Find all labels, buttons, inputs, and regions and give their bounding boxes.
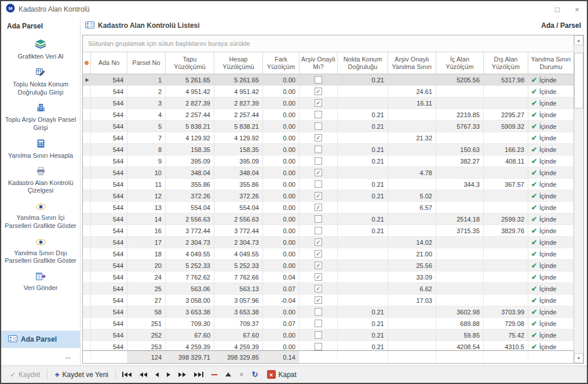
cell-hesap[interactable]: 158.35 — [214, 144, 263, 155]
sidebar-item-veri-gonder[interactable]: Veri Gönder — [3, 272, 78, 292]
refresh-button[interactable]: ↻ — [249, 368, 262, 381]
checkbox-checked-icon[interactable]: ✓ — [315, 99, 322, 107]
cell-arsiv-yanilma[interactable] — [388, 318, 436, 329]
cell-tapu[interactable]: 563.06 — [166, 283, 214, 295]
cell-dis-alan[interactable] — [484, 167, 528, 179]
cell-ic-alan[interactable]: 2514.18 — [436, 213, 484, 225]
checkbox-checked-icon[interactable]: ✓ — [315, 273, 322, 281]
cell-dis-alan[interactable]: 3829.76 — [484, 225, 528, 237]
cell-arsiv-onayli-checkbox[interactable] — [300, 306, 338, 318]
cell-hesap[interactable]: 4 259.39 — [214, 341, 263, 350]
cell-arsiv-yanilma[interactable] — [388, 109, 436, 121]
cell-hesap[interactable]: 5 252.33 — [214, 260, 263, 271]
checkbox-unchecked-icon[interactable] — [315, 308, 322, 316]
checkbox-unchecked-icon[interactable] — [315, 343, 322, 350]
table-row[interactable]: 5442534 259.394 259.390.000.214208.54431… — [83, 341, 574, 350]
cell-nokta-konum[interactable]: 0.21 — [338, 144, 388, 155]
cell-hesap[interactable]: 3 057.96 — [214, 295, 263, 306]
cell-hesap[interactable]: 4 049.55 — [214, 248, 263, 260]
checkbox-checked-icon[interactable]: ✓ — [315, 192, 322, 200]
cell-arsiv-yanilma[interactable] — [388, 74, 436, 86]
cell-ic-alan[interactable] — [436, 86, 484, 97]
cell-ic-alan[interactable]: 5205.56 — [436, 74, 484, 86]
cell-arsiv-yanilma[interactable] — [388, 179, 436, 190]
cell-ada-no[interactable]: 544 — [91, 86, 127, 97]
cell-arsiv-yanilma[interactable] — [388, 155, 436, 167]
cell-dis-alan[interactable]: 2295.27 — [484, 109, 528, 121]
cell-dis-alan[interactable] — [484, 248, 528, 260]
cell-parsel-no[interactable]: 8 — [127, 144, 166, 155]
cell-hesap[interactable]: 2 827.39 — [214, 97, 263, 109]
cell-nokta-konum[interactable] — [338, 86, 388, 97]
table-row[interactable]: 5448158.35158.350.000.21150.63166.23✔İçi… — [83, 144, 574, 155]
cell-parsel-no[interactable]: 252 — [127, 329, 166, 341]
cell-parsel-no[interactable]: 24 — [127, 271, 166, 283]
row-marker[interactable] — [83, 260, 91, 271]
cell-arsiv-onayli-checkbox[interactable] — [300, 109, 338, 121]
cell-nokta-konum[interactable] — [338, 260, 388, 271]
column-header-fark[interactable]: Fark Yüzölçüm — [263, 52, 300, 74]
cell-nokta-konum[interactable]: 0.21 — [338, 225, 388, 237]
cell-dis-alan[interactable] — [484, 190, 528, 202]
row-marker[interactable] — [83, 179, 91, 190]
cell-fark[interactable]: 0.00 — [263, 167, 300, 179]
cell-arsiv-onayli-checkbox[interactable]: ✓ — [300, 167, 338, 179]
cell-parsel-no[interactable]: 9 — [127, 155, 166, 167]
cell-parsel-no[interactable]: 1 — [127, 74, 166, 86]
cell-dis-alan[interactable] — [484, 132, 528, 144]
cell-ic-alan[interactable]: 382.27 — [436, 155, 484, 167]
table-row[interactable]: 54411355.86355.860.000.21344.3367.57✔İçi… — [83, 179, 574, 190]
cell-dis-alan[interactable]: 5317.98 — [484, 74, 528, 86]
cell-ada-no[interactable]: 544 — [91, 271, 127, 283]
cell-parsel-no[interactable]: 17 — [127, 237, 166, 248]
cell-nokta-konum[interactable]: 0.21 — [338, 306, 388, 318]
cell-fark[interactable]: 0.00 — [263, 329, 300, 341]
cell-tapu[interactable]: 348.04 — [166, 167, 214, 179]
table-row[interactable]: 544142 556.632 556.630.000.212514.182599… — [83, 213, 574, 225]
checkbox-unchecked-icon[interactable] — [315, 320, 322, 327]
cell-ada-no[interactable]: 544 — [91, 190, 127, 202]
cell-hesap[interactable]: 355.86 — [214, 179, 263, 190]
cell-yanilma-durumu[interactable]: ✔İçinde — [528, 179, 574, 190]
cell-fark[interactable]: 0.00 — [263, 74, 300, 86]
cell-parsel-no[interactable]: 251 — [127, 318, 166, 329]
cell-nokta-konum[interactable]: 0.21 — [338, 318, 388, 329]
cell-tapu[interactable]: 2 556.63 — [166, 213, 214, 225]
cancel-edit-button[interactable]: × — [236, 368, 247, 381]
checkbox-unchecked-icon[interactable] — [315, 215, 322, 223]
prev-record-button[interactable] — [152, 368, 162, 381]
cell-yanilma-durumu[interactable]: ✔İçinde — [528, 74, 574, 86]
sidebar-item-ada-parsel-active[interactable]: Ada Parsel — [1, 331, 80, 348]
cell-hesap[interactable]: 7 762.66 — [214, 271, 263, 283]
cell-arsiv-yanilma[interactable]: 5.02 — [388, 190, 436, 202]
cell-parsel-no[interactable]: 10 — [127, 167, 166, 179]
cell-ic-alan[interactable] — [436, 295, 484, 306]
cell-yanilma-durumu[interactable]: ✔İçinde — [528, 248, 574, 260]
cell-ada-no[interactable]: 544 — [91, 318, 127, 329]
cell-tapu[interactable]: 372.26 — [166, 190, 214, 202]
table-row[interactable]: ▶54415 261.655 261.650.000.215205.565317… — [83, 74, 574, 86]
cell-ada-no[interactable]: 544 — [91, 341, 127, 350]
table-row[interactable]: 5449395.09395.090.000.21382.27408.11✔İçi… — [83, 155, 574, 167]
cell-fark[interactable]: 0.00 — [263, 341, 300, 350]
cell-ic-alan[interactable] — [436, 237, 484, 248]
cell-nokta-konum[interactable]: 0.21 — [338, 190, 388, 202]
last-record-button[interactable] — [191, 368, 207, 381]
cell-dis-alan[interactable] — [484, 202, 528, 213]
cell-arsiv-yanilma[interactable]: 21.32 — [388, 132, 436, 144]
table-row[interactable]: 54455 838.215 838.210.000.215767.335909.… — [83, 121, 574, 132]
cell-ada-no[interactable]: 544 — [91, 225, 127, 237]
cell-yanilma-durumu[interactable]: ✔İçinde — [528, 260, 574, 271]
cell-dis-alan[interactable]: 408.11 — [484, 155, 528, 167]
table-row[interactable]: 54410348.04348.040.00✓4.78✔İçinde — [83, 167, 574, 179]
cell-arsiv-onayli-checkbox[interactable] — [300, 329, 338, 341]
group-by-panel[interactable]: Sütunları gruplamak için sütun başlıklar… — [83, 35, 574, 52]
cell-dis-alan[interactable]: 2599.32 — [484, 213, 528, 225]
cell-tapu[interactable]: 4 951.42 — [166, 86, 214, 97]
row-marker[interactable] — [83, 97, 91, 109]
cell-yanilma-durumu[interactable]: ✔İçinde — [528, 121, 574, 132]
cell-yanilma-durumu[interactable]: ✔İçinde — [528, 283, 574, 295]
cell-tapu[interactable]: 3 772.44 — [166, 225, 214, 237]
row-marker[interactable] — [83, 318, 91, 329]
cell-ada-no[interactable]: 544 — [91, 283, 127, 295]
